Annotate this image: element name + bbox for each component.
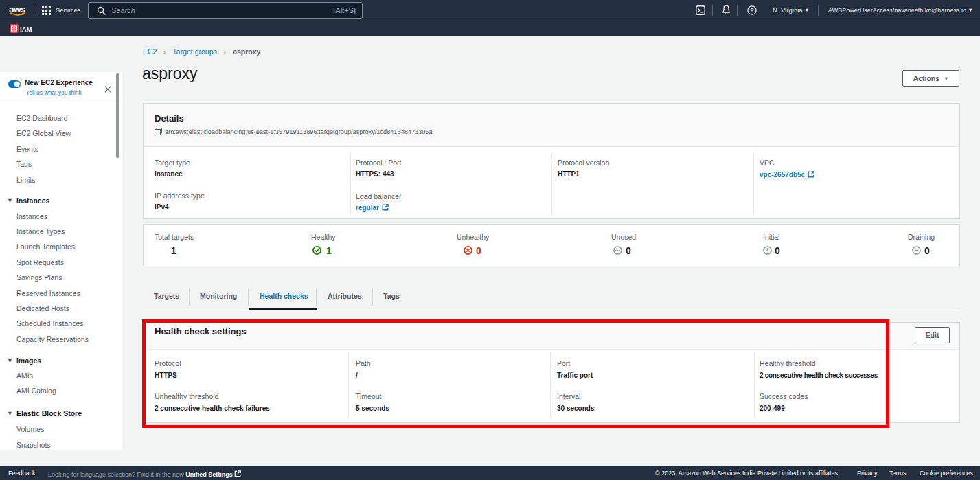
svg-text:?: ? bbox=[750, 7, 754, 14]
